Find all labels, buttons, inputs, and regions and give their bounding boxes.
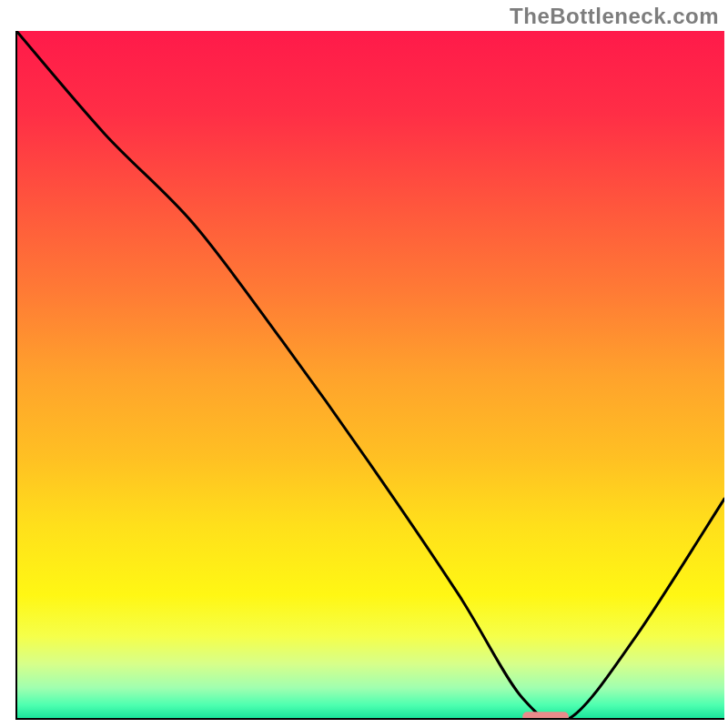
optimal-range-marker bbox=[522, 712, 569, 722]
watermark-text: TheBottleneck.com bbox=[510, 4, 719, 29]
bottleneck-chart bbox=[0, 0, 728, 728]
gradient-background bbox=[16, 31, 724, 719]
chart-container: { "watermark": "TheBottleneck.com", "cha… bbox=[0, 0, 728, 728]
